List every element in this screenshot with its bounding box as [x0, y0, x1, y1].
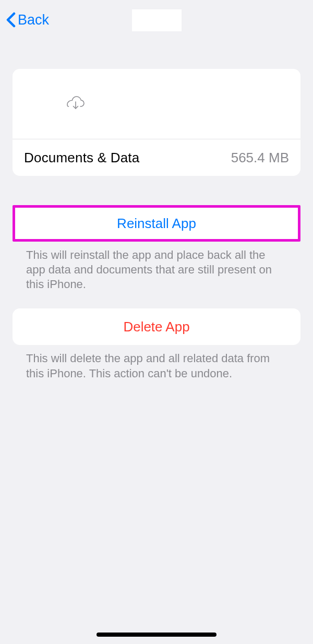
title-mask	[132, 9, 182, 31]
back-button[interactable]: Back	[6, 12, 49, 28]
delete-description: This will delete the app and all related…	[13, 345, 300, 380]
cloud-download-icon	[67, 95, 85, 113]
documents-data-row: Documents & Data 565.4 MB	[13, 139, 300, 176]
delete-app-button[interactable]: Delete App	[13, 308, 300, 345]
chevron-left-icon	[6, 12, 16, 28]
reinstall-app-label: Reinstall App	[117, 216, 196, 232]
content: Documents & Data 565.4 MB Reinstall App …	[0, 69, 313, 381]
documents-data-label: Documents & Data	[24, 150, 139, 166]
reinstall-description: This will reinstall the app and place ba…	[13, 242, 300, 292]
documents-data-value: 565.4 MB	[231, 150, 289, 166]
home-indicator	[97, 633, 216, 637]
app-info-card: Documents & Data 565.4 MB	[13, 69, 300, 176]
delete-app-label: Delete App	[123, 319, 189, 335]
nav-bar: Back	[0, 0, 313, 40]
back-label: Back	[18, 12, 49, 28]
reinstall-app-button[interactable]: Reinstall App	[13, 205, 300, 242]
app-header-row	[13, 69, 300, 139]
